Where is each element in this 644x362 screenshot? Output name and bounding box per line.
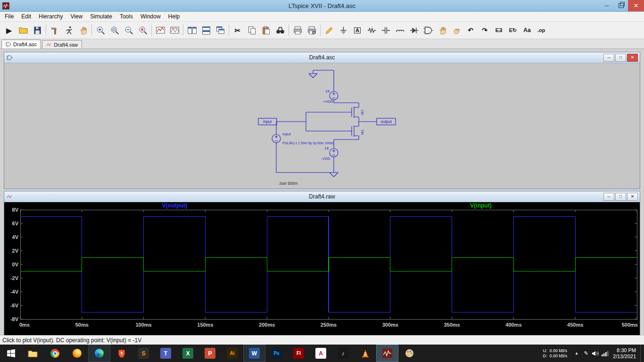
save-icon[interactable] <box>30 23 44 37</box>
start-button[interactable] <box>0 345 22 362</box>
clock[interactable]: 8:30 PM 2/13/2021 <box>613 347 636 360</box>
ground-icon[interactable] <box>336 23 350 37</box>
vlc-icon[interactable] <box>354 345 376 362</box>
drag-icon[interactable] <box>449 23 463 37</box>
excel-icon[interactable]: X <box>177 345 199 362</box>
cut-icon[interactable]: ✂ <box>231 23 245 37</box>
y-tick-label: -4V <box>10 289 19 295</box>
waveform-titlebar[interactable]: Draft4.raw ─ □ ✕ <box>4 191 640 202</box>
teams-icon[interactable]: T <box>155 345 177 362</box>
run-icon[interactable]: ▶ <box>2 23 16 37</box>
spice-directive[interactable]: .tran 500m <box>279 181 298 186</box>
autorange-icon[interactable] <box>153 23 167 37</box>
mirror-icon[interactable]: EƎ <box>492 23 506 37</box>
y-tick-label: -2V <box>10 275 19 281</box>
zoom-area-icon[interactable] <box>107 23 122 37</box>
halt-icon[interactable] <box>62 23 76 37</box>
paint-icon[interactable] <box>398 345 421 362</box>
firefox-icon[interactable] <box>66 345 88 362</box>
waveform-close-button[interactable]: ✕ <box>627 193 638 201</box>
zoom-out-icon[interactable] <box>122 23 136 37</box>
tab-draft4-raw[interactable]: Draft4.raw <box>42 40 82 49</box>
chrome-icon[interactable] <box>44 345 66 362</box>
menu-help[interactable]: Help <box>165 12 184 21</box>
schematic-minimize-button[interactable]: ─ <box>603 54 614 62</box>
network-icon[interactable] <box>600 345 610 362</box>
open-icon[interactable] <box>16 23 30 37</box>
waveform-plot[interactable]: 8V6V4V2V0V-2V-4V-6V-8V0ms50ms100ms150ms2… <box>4 202 640 335</box>
print-icon[interactable] <box>290 23 305 37</box>
hidden-icons-caret[interactable]: ▲ <box>572 345 581 362</box>
control-panel-icon[interactable] <box>48 23 62 37</box>
clock-time: 8:30 PM <box>613 347 636 354</box>
tile-horizontal-icon[interactable] <box>199 23 213 37</box>
schematic-canvas[interactable]: 18 +VDD 18 -VDD Input PULSE(-1 1 50m 5p … <box>4 63 640 189</box>
illustrator-icon[interactable]: Ai <box>221 345 243 362</box>
component-icon[interactable] <box>421 23 435 37</box>
waveform-plot-area[interactable]: 8V6V4V2V0V-2V-4V-6V-8V0ms50ms100ms150ms2… <box>4 202 640 335</box>
label-net-icon[interactable]: A <box>350 23 364 37</box>
menu-hierarchy[interactable]: Hierarchy <box>35 12 66 21</box>
print-preview-icon[interactable] <box>305 23 319 37</box>
waveform-minimize-button[interactable]: ─ <box>603 193 614 201</box>
media-app-icon[interactable]: ♪ <box>332 345 354 362</box>
cascade-windows-icon[interactable] <box>213 23 227 37</box>
diode-icon[interactable] <box>407 23 421 37</box>
spice-directive-icon[interactable]: .op <box>534 23 548 37</box>
schematic-titlebar[interactable]: Draft4.asc ─ □ ✕ <box>4 52 640 63</box>
legend-v-output-[interactable]: V(output) <box>162 202 187 209</box>
close-button[interactable]: ✕ <box>628 0 644 11</box>
text-icon[interactable]: Aa <box>520 23 534 37</box>
wire-icon[interactable] <box>322 23 336 37</box>
waveform-maximize-button[interactable]: □ <box>615 193 626 201</box>
edge-icon[interactable] <box>88 345 110 362</box>
pan-icon[interactable] <box>76 23 90 37</box>
tile-vertical-icon[interactable] <box>185 23 199 37</box>
resistor-icon[interactable] <box>364 23 379 37</box>
circuit-wires[interactable] <box>258 70 396 177</box>
trace-v-input-[interactable] <box>20 258 637 272</box>
tab-draft4-asc[interactable]: Draft4.asc <box>1 40 41 49</box>
minimize-button[interactable]: ─ <box>600 0 614 11</box>
x-tick-label: 50ms <box>75 322 89 328</box>
menu-simulate[interactable]: Simulate <box>86 12 116 21</box>
menu-window[interactable]: Window <box>137 12 165 21</box>
schematic-close-button[interactable]: ✕ <box>627 54 638 62</box>
schematic-maximize-button[interactable]: □ <box>615 54 626 62</box>
restore-button[interactable] <box>614 0 628 11</box>
zoom-full-extents-icon[interactable] <box>136 23 150 37</box>
toolbar-separator <box>91 25 92 36</box>
x-tick-label: 200ms <box>259 322 275 328</box>
file-explorer-icon[interactable] <box>22 345 44 362</box>
zoom-in-icon[interactable] <box>93 23 107 37</box>
show-desktop-button[interactable] <box>640 345 644 362</box>
menu-file[interactable]: File <box>1 12 17 21</box>
menu-view[interactable]: View <box>66 12 86 21</box>
pen-icon[interactable]: ✎ <box>581 345 591 362</box>
undo-icon[interactable]: ↶ <box>463 23 478 37</box>
inductor-icon[interactable] <box>393 23 407 37</box>
photoshop-icon[interactable]: Ps <box>265 345 288 362</box>
copy-icon[interactable] <box>245 23 259 37</box>
redo-icon[interactable]: ↷ <box>478 23 492 37</box>
move-icon[interactable] <box>435 23 449 37</box>
capacitor-icon[interactable] <box>379 23 393 37</box>
find-icon[interactable] <box>273 23 287 37</box>
powerpoint-icon[interactable]: P <box>199 345 221 362</box>
schematic-canvas-area[interactable]: 18 +VDD 18 -VDD Input PULSE(-1 1 50m 5p … <box>4 63 640 189</box>
legend-v-input-[interactable]: V(input) <box>470 202 491 209</box>
volume-icon[interactable] <box>591 345 600 362</box>
plot-settings-icon[interactable] <box>167 23 182 37</box>
autocad-icon[interactable]: A <box>310 345 332 362</box>
x-tick-label: 0ms <box>19 322 30 328</box>
sublime-icon[interactable]: S <box>132 345 155 362</box>
vdd-value: 18 <box>325 89 330 93</box>
menu-edit[interactable]: Edit <box>17 12 35 21</box>
rotate-icon[interactable]: E↻ <box>506 23 520 37</box>
paste-icon[interactable] <box>259 23 273 37</box>
menu-tools[interactable]: Tools <box>116 12 137 21</box>
word-icon[interactable]: W <box>243 345 265 362</box>
brave-icon[interactable] <box>110 345 132 362</box>
flash-icon[interactable]: Fl <box>288 345 310 362</box>
ltspice-icon[interactable] <box>376 345 398 362</box>
